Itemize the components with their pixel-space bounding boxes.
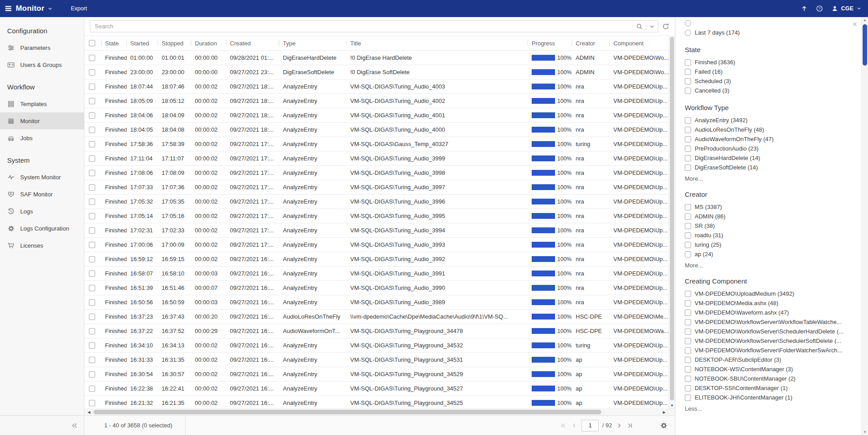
table-row[interactable]: Finished17:07:3317:07:3600:00:0209/27/20… — [84, 180, 669, 195]
column-header-creator[interactable]: Creator — [572, 36, 610, 50]
filter-option[interactable]: ELITEBOOK-JHI\ContentManager (1) — [685, 393, 850, 402]
checkbox-icon[interactable] — [685, 319, 691, 325]
checkbox-icon[interactable] — [685, 310, 691, 316]
table-row[interactable]: Finished16:34:1016:34:1300:00:0209/27/20… — [84, 338, 669, 353]
column-header-component[interactable]: Component — [610, 36, 669, 50]
checkbox-icon[interactable] — [685, 59, 691, 66]
row-checkbox[interactable] — [89, 112, 95, 119]
scroll-down-icon[interactable]: ▼ — [669, 404, 675, 408]
radio-icon[interactable] — [685, 30, 691, 36]
previous-page-icon[interactable] — [571, 422, 578, 429]
sidebar-item-logs[interactable]: Logs — [0, 203, 84, 220]
filter-panel-scrollbar[interactable]: ▲ ▼ — [861, 17, 868, 435]
filter-option[interactable]: VM-DPEDEMO\WorkflowServer\SchedulerHardD… — [685, 327, 850, 336]
row-checkbox[interactable] — [89, 127, 95, 133]
checkbox-icon[interactable] — [685, 146, 691, 152]
filter-option[interactable]: MS (3387) — [685, 202, 850, 212]
table-row[interactable]: Finished17:05:3217:05:3500:00:0209/27/20… — [84, 195, 669, 209]
row-checkbox[interactable] — [89, 184, 95, 191]
sidebar-item-parameters[interactable]: Parameters — [0, 39, 84, 56]
last-page-icon[interactable] — [626, 422, 634, 429]
help-icon[interactable]: ? — [816, 5, 823, 12]
horizontal-scrollbar-thumb[interactable] — [93, 410, 601, 414]
column-header-started[interactable]: Started — [127, 36, 158, 50]
row-checkbox[interactable] — [89, 199, 95, 205]
table-row[interactable]: Finished17:58:3617:58:3900:00:0209/27/20… — [84, 137, 669, 151]
checkbox-icon[interactable] — [685, 117, 691, 124]
filter-toggle-link[interactable]: Less... — [685, 405, 850, 412]
table-row[interactable]: Finished16:31:3316:31:3500:00:0209/27/20… — [84, 353, 669, 367]
checkbox-icon[interactable] — [685, 232, 691, 239]
row-checkbox[interactable] — [89, 314, 95, 320]
filter-option[interactable]: VM-DPEDEMO\UploadMedium (3492) — [685, 289, 850, 298]
checkbox-icon[interactable] — [685, 338, 691, 344]
table-settings-gear-icon[interactable] — [660, 422, 668, 430]
sidebar-item-jobs[interactable]: Jobs — [0, 129, 84, 146]
next-page-icon[interactable] — [616, 422, 623, 429]
menu-export[interactable]: Export — [71, 5, 87, 12]
table-row[interactable]: Finished17:00:0617:00:0900:00:0209/27/20… — [84, 238, 669, 252]
filter-toggle-link[interactable]: More... — [685, 262, 850, 269]
date-filter-option-clipped[interactable] — [685, 18, 850, 28]
collapse-sidebar-icon[interactable] — [70, 422, 79, 430]
filter-scrollbar-thumb[interactable] — [863, 24, 867, 66]
filter-option[interactable]: Finished (3636) — [685, 58, 850, 67]
row-checkbox[interactable] — [89, 227, 95, 234]
sidebar-item-users-groups[interactable]: Users & Groups — [0, 56, 84, 73]
checkbox-icon[interactable] — [685, 395, 691, 401]
checkbox-icon[interactable] — [685, 164, 691, 171]
row-checkbox[interactable] — [89, 400, 95, 406]
filter-option[interactable]: DigEraseHardDelete (14) — [685, 153, 850, 163]
column-header-created[interactable]: Created — [226, 36, 279, 50]
column-header-type[interactable]: Type — [279, 36, 347, 50]
user-menu[interactable]: CGE — [831, 5, 862, 12]
checkbox-icon[interactable] — [685, 78, 691, 84]
filter-option[interactable]: VM-DPEDEMO\WorkflowServer\FolderWatcherS… — [685, 346, 850, 355]
column-header-progress[interactable]: Progress — [528, 36, 572, 50]
row-checkbox[interactable] — [89, 285, 95, 291]
column-header-duration[interactable]: Duration — [191, 36, 226, 50]
sidebar-item-logs-configuration[interactable]: Logs Configuration — [0, 220, 84, 237]
row-checkbox[interactable] — [89, 155, 95, 162]
checkbox-icon[interactable] — [685, 213, 691, 220]
filter-option[interactable]: VM-DPEDEMO\Media.ashx (48) — [685, 298, 850, 308]
checkbox-icon[interactable] — [685, 223, 691, 229]
filter-option[interactable]: DESKTOP-AER\SubclipEditor (3) — [685, 355, 850, 364]
table-row[interactable]: Finished16:50:5616:50:5900:00:0309/27/20… — [84, 295, 669, 310]
filter-option[interactable]: ap (24) — [685, 249, 850, 259]
filter-option[interactable]: DigEraseSoftDelete (14) — [685, 163, 850, 172]
row-checkbox[interactable] — [89, 342, 95, 349]
filter-option[interactable]: ADMIN (86) — [685, 212, 850, 221]
table-row[interactable]: Finished01:00:0001:00:0100:00:0009/28/20… — [84, 51, 669, 65]
filter-option[interactable]: turing (25) — [685, 240, 850, 249]
filter-scroll-down-icon[interactable]: ▼ — [862, 430, 868, 434]
checkbox-icon[interactable] — [685, 385, 691, 391]
horizontal-scrollbar[interactable]: ◀ ▶ — [84, 408, 675, 415]
row-checkbox[interactable] — [89, 141, 95, 147]
sidebar-item-system-monitor[interactable]: System Monitor — [0, 169, 84, 186]
table-row[interactable]: Finished18:04:0618:04:0900:00:0209/27/20… — [84, 108, 669, 123]
sidebar-item-templates[interactable]: Templates — [0, 95, 84, 112]
scroll-left-icon[interactable]: ◀ — [85, 409, 93, 415]
filter-option[interactable]: Scheduled (3) — [685, 76, 850, 86]
filter-option[interactable]: Cancelled (3) — [685, 86, 850, 95]
filter-option[interactable]: NOTEBOOK-SBU\ContentManager (2) — [685, 374, 850, 383]
refresh-icon[interactable] — [662, 22, 670, 30]
filter-option[interactable]: Failed (16) — [685, 67, 850, 76]
column-header-title[interactable]: Title — [347, 36, 528, 50]
row-checkbox[interactable] — [89, 371, 95, 377]
vertical-scrollbar-thumb[interactable] — [670, 37, 674, 400]
filter-option[interactable]: AudioWaveformOnTheFly (47) — [685, 134, 850, 144]
row-checkbox[interactable] — [89, 213, 95, 219]
table-row[interactable]: Finished16:37:2216:37:5200:00:2909/27/20… — [84, 324, 669, 338]
row-checkbox[interactable] — [89, 242, 95, 248]
table-row[interactable]: Finished16:21:3216:21:3500:00:0209/27/20… — [84, 396, 669, 408]
column-header-state[interactable]: State — [101, 36, 127, 50]
row-checkbox[interactable] — [89, 357, 95, 363]
table-row[interactable]: Finished16:58:0716:58:1000:00:0309/27/20… — [84, 266, 669, 281]
row-checkbox[interactable] — [89, 84, 95, 90]
scroll-right-icon[interactable]: ▶ — [661, 409, 668, 415]
checkbox-icon[interactable] — [685, 127, 691, 133]
table-row[interactable]: Finished17:02:3117:02:3300:00:0209/27/20… — [84, 223, 669, 238]
search-icon[interactable] — [636, 23, 643, 30]
